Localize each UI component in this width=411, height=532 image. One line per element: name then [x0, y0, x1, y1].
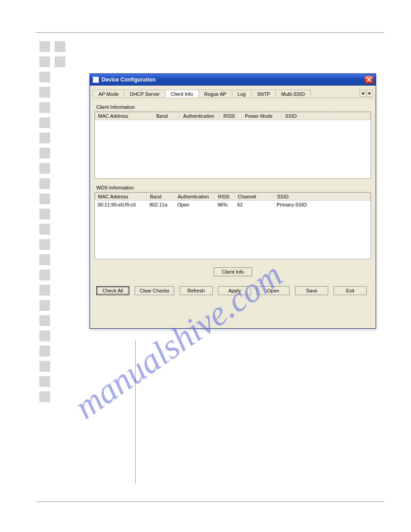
check-all-button[interactable]: Check All	[96, 286, 129, 295]
window-title: Device Configuration	[102, 77, 156, 83]
tab-log[interactable]: Log	[232, 90, 252, 98]
col-channel[interactable]: Channel	[235, 193, 274, 201]
page-rule-bottom	[36, 502, 384, 502]
cell-band: 802.11a	[147, 202, 175, 208]
save-button[interactable]: Save	[295, 286, 328, 295]
tab-strip: AP Mode DHCP Server Client Info Rogue AP…	[93, 87, 373, 98]
vertical-separator	[135, 340, 136, 484]
tab-dhcp-server[interactable]: DHCP Server	[124, 90, 165, 98]
close-button[interactable]	[364, 76, 373, 84]
cell-channel: 52	[235, 202, 274, 208]
wds-info-listview[interactable]: MAC Address Band Authentication RSSI Cha…	[94, 192, 371, 259]
cell-rssi: 96%	[215, 202, 235, 208]
col-mac-address[interactable]: MAC Address	[95, 193, 147, 201]
open-button[interactable]: Open	[257, 286, 290, 295]
col-ssid[interactable]: SSID	[282, 112, 330, 120]
tab-scroll-left[interactable]: ◄	[360, 90, 366, 97]
col-rssi[interactable]: RSSI	[220, 112, 242, 120]
clear-checks-button[interactable]: Clear Checks	[135, 286, 174, 295]
tab-scroll-right[interactable]: ►	[367, 90, 373, 97]
cell-mac: 00:11:95:e0:f9:c0	[95, 202, 147, 208]
exit-button[interactable]: Exit	[334, 286, 367, 295]
client-info-heading: Client Information	[96, 104, 371, 110]
wds-info-heading: WDS Information	[96, 185, 371, 190]
tab-multi-ssid[interactable]: Multi-SSID	[275, 90, 311, 98]
client-info-listview[interactable]: MAC Address Band Authentication RSSI Pow…	[94, 112, 371, 179]
titlebar[interactable]: Device Configuration	[90, 74, 376, 86]
client-info-button[interactable]: Client Info	[214, 267, 252, 276]
close-icon	[367, 77, 371, 82]
col-mac-address[interactable]: MAC Address	[95, 112, 153, 120]
tab-sntp[interactable]: SNTP	[251, 90, 276, 98]
cell-ssid: Primary-SSID	[274, 202, 321, 208]
tab-ap-mode[interactable]: AP Mode	[93, 90, 124, 98]
apply-button[interactable]: Apply	[218, 286, 251, 295]
device-configuration-window: Device Configuration AP Mode DHCP Server…	[90, 73, 376, 329]
col-band[interactable]: Band	[147, 193, 175, 201]
tab-client-info[interactable]: Client Info	[165, 90, 199, 98]
window-icon	[93, 77, 99, 83]
refresh-button[interactable]: Refresh	[180, 286, 213, 295]
col-authentication[interactable]: Authentication	[175, 193, 215, 201]
col-filler	[330, 112, 371, 120]
page-rule-top	[36, 32, 384, 33]
col-power-mode[interactable]: Power Mode	[242, 112, 282, 120]
cell-auth: Open	[175, 202, 215, 208]
decorative-squares	[39, 41, 65, 402]
col-authentication[interactable]: Authentication	[180, 112, 220, 120]
col-filler	[321, 193, 371, 201]
col-rssi[interactable]: RSSI	[215, 193, 235, 201]
col-band[interactable]: Band	[153, 112, 180, 120]
col-ssid[interactable]: SSID	[274, 193, 321, 201]
table-row[interactable]: 00:11:95:e0:f9:c0 802.11a Open 96% 52 Pr…	[95, 201, 371, 208]
tab-rogue-ap[interactable]: Rogue AP	[198, 90, 232, 98]
